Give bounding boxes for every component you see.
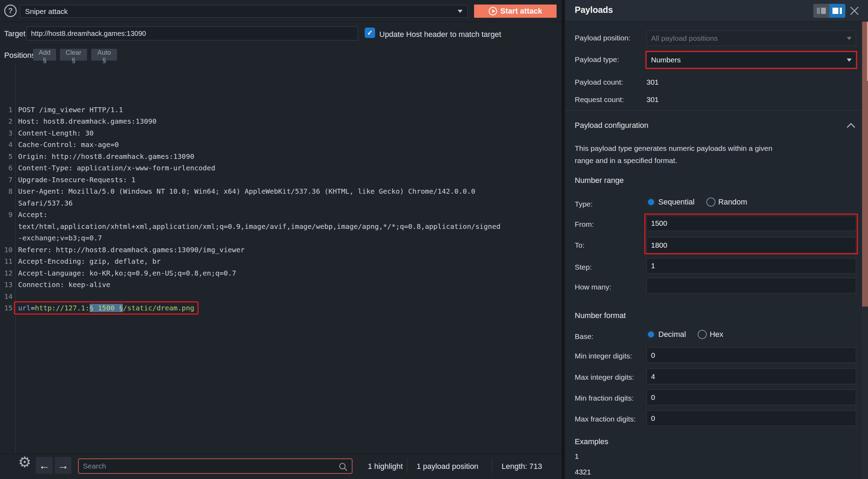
how-many-input[interactable]: [646, 278, 856, 293]
from-input[interactable]: [646, 216, 856, 231]
decimal-label: Decimal: [658, 330, 686, 339]
sequential-label: Sequential: [658, 198, 695, 207]
number-range-title: Number range: [575, 176, 624, 185]
min-fraction-digits-label: Min fraction digits:: [575, 394, 634, 402]
attack-top-bar: ? Sniper attack Start attack: [0, 0, 561, 22]
to-label: To:: [575, 241, 584, 249]
request-line[interactable]: Safari/537.36: [0, 197, 561, 209]
start-attack-button[interactable]: Start attack: [474, 5, 557, 18]
random-radio[interactable]: [706, 198, 715, 207]
auto-positions-button[interactable]: Auto §: [91, 49, 117, 61]
dock-left-icon[interactable]: [813, 4, 829, 18]
type-radio-group: Sequential Random: [646, 198, 756, 207]
pane-splitter[interactable]: [561, 0, 565, 479]
payload-type-description: This payload type generates numeric payl…: [575, 142, 787, 167]
payloads-panel: Payloads Payload position: All payload p…: [565, 0, 868, 479]
highlight-count: 1 highlight: [368, 462, 403, 471]
request-line[interactable]: 7Upgrade-Insecure-Requests: 1: [0, 174, 561, 186]
from-label: From:: [575, 220, 594, 229]
min-integer-digits-input[interactable]: [646, 347, 856, 363]
step-input[interactable]: [646, 258, 856, 273]
request-line[interactable]: 8User-Agent: Mozilla/5.0 (Windows NT 10.…: [0, 186, 561, 198]
max-integer-digits-input[interactable]: [646, 369, 856, 384]
decimal-radio[interactable]: [646, 330, 656, 339]
attack-type-dropdown[interactable]: Sniper attack: [20, 5, 468, 18]
examples-title: Examples: [575, 437, 609, 446]
divider: [565, 110, 868, 110]
request-line[interactable]: 6Content-Type: application/x-www-form-ur…: [0, 162, 561, 174]
add-position-button[interactable]: Add §: [33, 49, 56, 61]
request-line[interactable]: text/html,application/xhtml+xml,applicat…: [0, 221, 561, 232]
examples-list: 14321: [575, 452, 591, 479]
type-label: Type:: [575, 200, 592, 208]
request-line[interactable]: 12Accept-Language: ko-KR,ko;q=0.9,en-US;…: [0, 267, 561, 279]
play-icon: [489, 7, 497, 15]
gear-icon[interactable]: ⚙: [18, 455, 31, 470]
min-fraction-digits-input[interactable]: [646, 389, 856, 405]
sequential-radio[interactable]: [646, 198, 656, 207]
divider: [0, 45, 561, 46]
divider: [492, 458, 492, 473]
clear-positions-button[interactable]: Clear §: [60, 49, 87, 61]
positions-label: Positions: [4, 51, 35, 60]
next-match-button[interactable]: →: [55, 457, 71, 474]
example-value: 4321: [575, 468, 591, 476]
chevron-down-icon: [847, 37, 852, 40]
payload-position-highlight: url=http://127.1:§ 1500 §/static/dream.p…: [14, 301, 199, 315]
search-icon: [339, 462, 348, 471]
request-count-label: Request count:: [575, 95, 624, 104]
length-indicator: Length: 713: [502, 462, 542, 471]
request-line[interactable]: 9Accept:: [0, 209, 561, 221]
min-integer-digits-label: Min integer digits:: [575, 352, 632, 360]
chevron-down-icon: [847, 59, 852, 62]
request-line[interactable]: 10Referer: http://host8.dreamhack.games:…: [0, 244, 561, 256]
request-line[interactable]: -exchange;v=b3;q=0.7: [0, 232, 561, 244]
max-fraction-digits-input[interactable]: [646, 410, 856, 426]
step-label: Step:: [575, 263, 592, 271]
request-line[interactable]: 3Content-Length: 30: [0, 127, 561, 139]
hex-radio[interactable]: [698, 330, 707, 339]
payload-position-count: 1 payload position: [417, 462, 478, 471]
base-radio-group: Decimal Hex: [646, 330, 733, 339]
dock-right-icon[interactable]: [829, 4, 845, 18]
attack-type-value: Sniper attack: [25, 7, 68, 16]
burp-intruder-window: ? Sniper attack Start attack Target ✓ Up…: [0, 0, 868, 479]
to-input[interactable]: [646, 237, 856, 253]
target-label: Target: [4, 29, 25, 38]
request-line[interactable]: 4Cache-Control: max-age=0: [0, 139, 561, 151]
request-line[interactable]: 5Origin: http://host8.dreamhack.games:13…: [0, 150, 561, 162]
request-line[interactable]: 13Connection: keep-alive: [0, 279, 561, 291]
divider: [407, 458, 407, 473]
payload-count-label: Payload count:: [575, 78, 623, 86]
hex-label: Hex: [710, 330, 723, 339]
search-input[interactable]: [78, 458, 352, 474]
panel-dock-toggle: [813, 4, 845, 18]
random-label: Random: [718, 198, 747, 207]
target-url-input[interactable]: [26, 26, 358, 40]
request-editor[interactable]: 1POST /img_viewer HTTP/1.12Host: host8.d…: [0, 65, 561, 454]
payload-type-label: Payload type:: [575, 55, 619, 64]
payloads-header: Payloads: [565, 0, 868, 22]
help-icon[interactable]: ?: [4, 5, 17, 17]
payload-position-dropdown[interactable]: All payload positions: [646, 31, 856, 46]
previous-match-button[interactable]: ←: [36, 457, 53, 474]
request-line[interactable]: 15url=http://127.1:§ 1500 §/static/dream…: [0, 302, 561, 314]
update-host-label: Update Host header to match target: [379, 30, 501, 39]
max-integer-digits-label: Max integer digits:: [575, 373, 634, 381]
close-icon[interactable]: [849, 6, 860, 16]
request-line[interactable]: 1POST /img_viewer HTTP/1.1: [0, 104, 561, 116]
base-label: Base:: [575, 332, 594, 341]
request-line[interactable]: 14: [0, 291, 561, 302]
payload-count-value: 301: [646, 78, 659, 86]
attack-config-pane: ? Sniper attack Start attack Target ✓ Up…: [0, 0, 561, 479]
payload-type-dropdown[interactable]: Numbers: [646, 52, 856, 68]
chevron-up-icon[interactable]: [846, 123, 855, 128]
example-value: 1: [575, 452, 591, 461]
payloads-title: Payloads: [575, 5, 613, 15]
request-line[interactable]: 11Accept-Encoding: gzip, deflate, br: [0, 256, 561, 268]
max-fraction-digits-label: Max fraction digits:: [575, 415, 636, 423]
update-host-checkbox[interactable]: ✓: [365, 28, 375, 38]
request-line[interactable]: 2Host: host8.dreamhack.games:13090: [0, 116, 561, 128]
request-count-value: 301: [646, 95, 659, 104]
how-many-label: How many:: [575, 283, 611, 291]
